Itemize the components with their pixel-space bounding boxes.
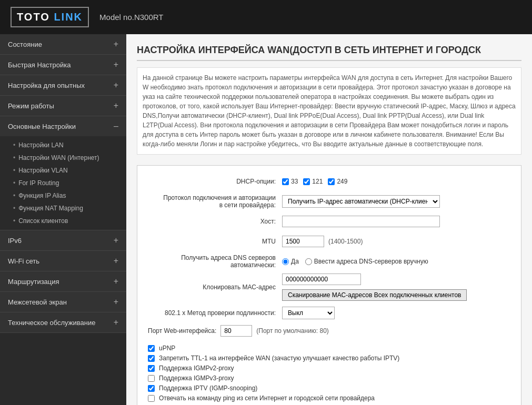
dns-label: Получить адреса DNS серверовавтоматическ… — [145, 254, 282, 269]
checkbox-igmpv3: Поддержка IGMPv3-proxy — [145, 374, 513, 382]
dhcp-checkbox-249[interactable] — [328, 178, 335, 185]
expand-icon: + — [114, 39, 118, 49]
mtu-label: MTU — [145, 238, 282, 245]
sidebar-section-routing: Маршрутизация + — [0, 271, 126, 292]
dns-auto-label[interactable]: Да — [282, 258, 299, 265]
dns-manual-label[interactable]: Ввести адреса DNS-серверов вручную — [305, 258, 428, 265]
sidebar-submenu-basic: Настройки LAN Настройки WAN (Интернет) Н… — [0, 136, 126, 230]
logo: TOTO LINK — [11, 7, 89, 27]
sidebar-section-advanced: Настройка для опытных + — [0, 75, 126, 96]
form-container: DHCP-опции: 33 121 249 Протокол подключе… — [137, 165, 521, 405]
checkbox-section: uPNP Запретить TTL-1 на интерфейсе WAN (… — [145, 342, 513, 405]
sidebar-item-advanced[interactable]: Настройка для опытных + — [0, 75, 126, 95]
port-label: Порт Web-интерфейса: — [148, 327, 216, 335]
model-text: Model no.N300RT — [99, 13, 163, 22]
host-row: Хост: — [145, 214, 513, 229]
checkbox-ping: Отвечать на команду ping из сети Интерне… — [145, 394, 513, 402]
sidebar-item-quick[interactable]: Быстрая Настройка + — [0, 55, 126, 75]
host-value — [282, 216, 513, 227]
igmpv2-label: Поддержка IGMPv2-proxy — [159, 364, 234, 372]
auth-802-label: 802.1 x Метод проверки подлинности: — [145, 309, 282, 317]
sidebar: Состояние + Быстрая Настройка + Настройк… — [0, 34, 126, 405]
sidebar-item-nat-mapping[interactable]: Функция NAT Mapping — [0, 202, 126, 215]
checkbox-igmpv2: Поддержка IGMPv2-proxy — [145, 364, 513, 372]
sidebar-item-ip-alias[interactable]: Функция IP Alias — [0, 189, 126, 202]
auth-802-value: Выкл — [282, 307, 513, 319]
sidebar-item-maintenance[interactable]: Техническое обслуживание + — [0, 312, 126, 332]
collapse-icon: – — [114, 122, 118, 131]
host-input[interactable] — [282, 216, 440, 227]
sidebar-section-wifi: Wi-Fi сеть + — [0, 251, 126, 271]
port-row: Порт Web-интерфейса: (Порт по умолчанию:… — [145, 325, 513, 337]
sidebar-item-status[interactable]: Состояние + — [0, 34, 126, 54]
sidebar-item-routing[interactable]: Маршрутизация + — [0, 271, 126, 291]
iptv-checkbox[interactable] — [148, 385, 155, 392]
dns-auto-radio[interactable] — [282, 258, 289, 265]
dhcp-options-value: 33 121 249 — [282, 178, 513, 185]
expand-icon: + — [114, 60, 118, 69]
igmpv2-checkbox[interactable] — [148, 365, 155, 372]
mtu-hint: (1400-1500) — [328, 238, 363, 245]
sidebar-item-lan[interactable]: Настройки LAN — [0, 139, 126, 151]
ping-checkbox[interactable] — [148, 395, 155, 402]
sidebar-item-ipv6[interactable]: IPv6 + — [0, 230, 126, 250]
sidebar-item-ip-routing[interactable]: For IP Routing — [0, 177, 126, 189]
layout: Состояние + Быстрая Настройка + Настройк… — [0, 34, 532, 405]
dns-row: Получить адреса DNS серверовавтоматическ… — [145, 254, 513, 269]
sidebar-section-basic: Основные Настройки – Настройки LAN Настр… — [0, 116, 126, 230]
port-input[interactable] — [220, 325, 252, 337]
mac-label: Клонировать МАС-адрес — [145, 284, 282, 291]
mac-input[interactable] — [282, 274, 361, 285]
ttl-label: Запретить TTL-1 на интерфейсе WAN (зачас… — [159, 355, 399, 362]
sidebar-section-maintenance: Техническое обслуживание + — [0, 312, 126, 333]
expand-icon: + — [114, 80, 118, 90]
checkbox-ttl: Запретить TTL-1 на интерфейсе WAN (зачас… — [145, 355, 513, 362]
ttl-checkbox[interactable] — [148, 355, 155, 362]
main-content: НАСТРОЙКА ИНТЕРФЕЙСА WAN(ДОСТУП В СЕТЬ И… — [126, 34, 532, 405]
expand-icon: + — [114, 318, 118, 327]
protocol-row: Протокол подключения и авторизациив сети… — [145, 194, 513, 209]
sidebar-item-wifi[interactable]: Wi-Fi сеть + — [0, 251, 126, 271]
sidebar-item-firewall[interactable]: Межсетевой экран + — [0, 292, 126, 312]
upnp-label: uPNP — [159, 345, 175, 352]
expand-icon: + — [114, 236, 118, 245]
auth-802-select[interactable]: Выкл — [282, 307, 335, 319]
sidebar-item-basic[interactable]: Основные Настройки – — [0, 116, 126, 136]
dhcp-options-label: DHCP-опции: — [145, 178, 282, 185]
iptv-label: Поддержка IPTV (IGMP-snooping) — [159, 384, 257, 392]
auth-802-row: 802.1 x Метод проверки подлинности: Выкл — [145, 305, 513, 321]
protocol-label: Протокол подключения и авторизациив сети… — [145, 194, 282, 209]
upnp-checkbox[interactable] — [148, 345, 155, 352]
sidebar-section-ipv6: IPv6 + — [0, 230, 126, 251]
mac-value: Сканирование МАС-адресов Всех подключенн… — [282, 274, 513, 301]
logo-text: TOTO LINK — [17, 11, 83, 23]
dhcp-checkbox-121[interactable] — [303, 178, 310, 185]
sidebar-section-quick: Быстрая Настройка + — [0, 55, 126, 75]
sidebar-section-status: Состояние + — [0, 34, 126, 55]
dns-value: Да Ввести адреса DNS-серверов вручную — [282, 258, 513, 265]
expand-icon: + — [114, 297, 118, 307]
expand-icon: + — [114, 277, 118, 286]
sidebar-item-wan[interactable]: Настройки WAN (Интернет) — [0, 151, 126, 164]
protocol-select[interactable]: Получить IP-адрес автоматически (DHCP-кл… — [282, 195, 440, 208]
checkbox-upnp: uPNP — [145, 345, 513, 352]
dhcp-checkbox-33[interactable] — [282, 178, 289, 185]
sidebar-item-vlan[interactable]: Настройки VLAN — [0, 164, 126, 177]
igmpv3-label: Поддержка IGMPv3-proxy — [159, 374, 234, 382]
dhcp-options-row: DHCP-опции: 33 121 249 — [145, 174, 513, 189]
host-label: Хост: — [145, 218, 282, 225]
mac-scan-button[interactable]: Сканирование МАС-адресов Всех подключенн… — [282, 289, 467, 301]
dns-manual-radio[interactable] — [305, 258, 312, 265]
sidebar-section-mode: Режим работы + — [0, 96, 126, 116]
sidebar-item-mode[interactable]: Режим работы + — [0, 96, 126, 116]
mtu-input[interactable] — [282, 236, 324, 247]
dhcp-opt-249: 249 — [328, 178, 347, 185]
page-description: На данной странице Вы можете настроить п… — [137, 67, 521, 155]
sidebar-item-client-list[interactable]: Список клиентов — [0, 215, 126, 227]
header: TOTO LINK Model no.N300RT — [0, 0, 532, 34]
dhcp-opt-33: 33 — [282, 178, 298, 185]
dhcp-opt-121: 121 — [303, 178, 323, 185]
mtu-row: MTU (1400-1500) — [145, 234, 513, 249]
igmpv3-checkbox[interactable] — [148, 375, 155, 382]
expand-icon: + — [114, 101, 118, 110]
